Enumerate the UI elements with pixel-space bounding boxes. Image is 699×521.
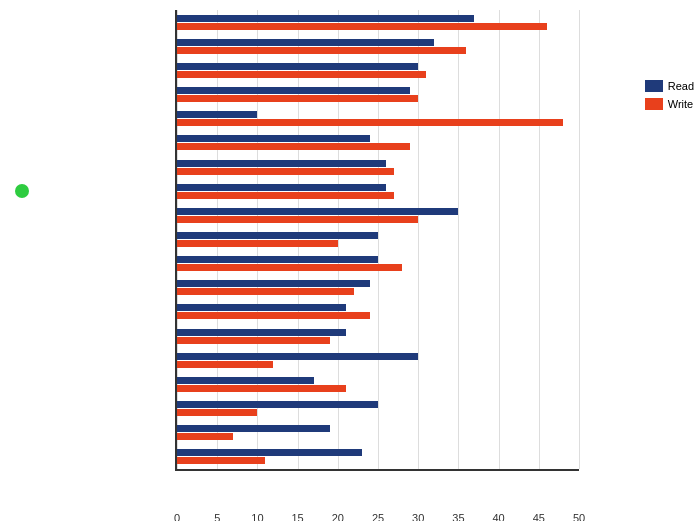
bar-row: ODROID-XU3 Lite	[177, 107, 579, 131]
x-label-25: 25	[372, 512, 384, 521]
bar-pair	[177, 39, 579, 54]
x-label-10: 10	[251, 512, 263, 521]
read-bar	[177, 401, 378, 408]
bar-row: N-195 (EXT-4)	[177, 34, 579, 58]
read-bar	[177, 160, 386, 167]
x-label-20: 20	[332, 512, 344, 521]
x-label-5: 5	[214, 512, 220, 521]
bar-row: HPH NT-V6	[177, 203, 579, 227]
x-label-50: 50	[573, 512, 585, 521]
write-bar	[177, 361, 273, 368]
x-label-45: 45	[533, 512, 545, 521]
bar-pair	[177, 15, 579, 30]
bar-pair	[177, 232, 579, 247]
grid-line-50	[579, 10, 580, 469]
read-bar	[177, 449, 362, 456]
bar-pair	[177, 111, 579, 126]
bar-pair	[177, 304, 579, 319]
x-label-30: 30	[412, 512, 424, 521]
write-bar	[177, 71, 426, 78]
bar-pair	[177, 184, 579, 199]
write-bar	[177, 433, 233, 440]
bar-row: Kingnovel K-R68	[177, 131, 579, 155]
bar-row: MINIX NEO X6	[177, 324, 579, 348]
legend-read: Read	[645, 80, 694, 92]
bar-row: UyeSee G1H	[177, 155, 579, 179]
bar-row: OH Chameleon	[177, 348, 579, 372]
write-bar	[177, 168, 394, 175]
x-label-0: 0	[174, 512, 180, 521]
bar-pair	[177, 135, 579, 150]
bar-pair	[177, 329, 579, 344]
bar-row: WeTek Play (2nd Review)	[177, 445, 579, 469]
read-bar	[177, 135, 370, 142]
read-bar	[177, 256, 378, 263]
chart-container: M-195 (NTFS)N-195 (EXT-4)Eny EM6Q-MXQPro…	[0, 0, 699, 521]
read-bar	[177, 63, 418, 70]
bar-row: Probox2 EX	[177, 82, 579, 106]
write-bar	[177, 337, 330, 344]
read-bar	[177, 15, 474, 22]
write-bar	[177, 143, 410, 150]
green-dot-icon	[15, 184, 29, 198]
read-bar	[177, 425, 330, 432]
bar-pair	[177, 353, 579, 368]
x-label-15: 15	[291, 512, 303, 521]
rows-container: M-195 (NTFS)N-195 (EXT-4)Eny EM6Q-MXQPro…	[177, 10, 579, 469]
write-bar	[177, 385, 346, 392]
legend: Read Write	[645, 80, 694, 110]
bar-pair	[177, 425, 579, 440]
bar-pair	[177, 449, 579, 464]
read-bar	[177, 353, 418, 360]
bar-row: NEO X8-H Plus	[177, 300, 579, 324]
read-bar	[177, 304, 346, 311]
read-bar	[177, 208, 458, 215]
bar-row: Draco AW80 Meta (SATA)	[177, 421, 579, 445]
bar-pair	[177, 401, 579, 416]
write-bar	[177, 192, 394, 199]
write-bar	[177, 216, 418, 223]
bar-pair	[177, 63, 579, 78]
legend-write-label: Write	[668, 98, 693, 110]
write-bar	[177, 457, 265, 464]
write-bar	[177, 47, 466, 54]
legend-write-color	[645, 98, 663, 110]
bar-row: Orion R28 Meta	[177, 252, 579, 276]
bar-row: CX-S806	[177, 179, 579, 203]
x-label-40: 40	[492, 512, 504, 521]
legend-read-label: Read	[668, 80, 694, 92]
bar-pair	[177, 280, 579, 295]
bar-pair	[177, 208, 579, 223]
write-bar	[177, 23, 547, 30]
write-bar	[177, 95, 418, 102]
bar-row: Wetek Play	[177, 227, 579, 251]
bar-row: M-195 (NTFS)	[177, 10, 579, 34]
read-bar	[177, 232, 378, 239]
bar-pair	[177, 377, 579, 392]
read-bar	[177, 184, 386, 191]
read-bar	[177, 280, 370, 287]
write-bar	[177, 288, 354, 295]
bar-row: MXQ S85	[177, 372, 579, 396]
read-bar	[177, 111, 257, 118]
bar-row: Rippl-TV	[177, 276, 579, 300]
write-bar	[177, 119, 563, 126]
legend-write: Write	[645, 98, 694, 110]
x-label-35: 35	[452, 512, 464, 521]
bar-row: Draco AW80 Meta	[177, 397, 579, 421]
write-bar	[177, 264, 402, 271]
write-bar	[177, 312, 370, 319]
read-bar	[177, 377, 314, 384]
bar-pair	[177, 87, 579, 102]
write-bar	[177, 240, 338, 247]
bar-pair	[177, 256, 579, 271]
read-bar	[177, 329, 346, 336]
bar-row: Eny EM6Q-MXQ	[177, 58, 579, 82]
legend-read-color	[645, 80, 663, 92]
read-bar	[177, 39, 434, 46]
chart-area: M-195 (NTFS)N-195 (EXT-4)Eny EM6Q-MXQPro…	[175, 10, 579, 471]
read-bar	[177, 87, 410, 94]
bar-pair	[177, 160, 579, 175]
write-bar	[177, 409, 257, 416]
